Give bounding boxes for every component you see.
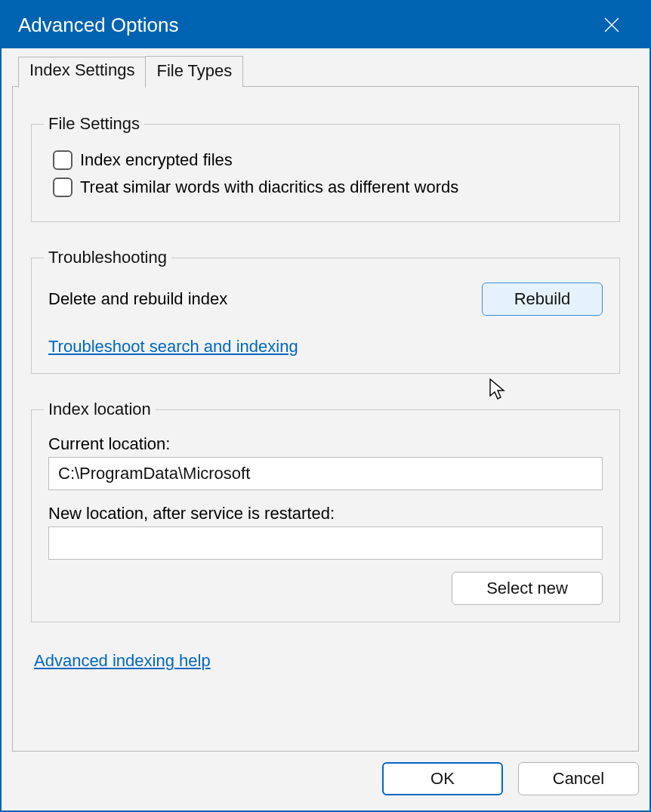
tab-strip: Index Settings File Types	[18, 56, 639, 87]
client-area: Index Settings File Types File Settings …	[2, 48, 649, 752]
label-new-location: New location, after service is restarted…	[48, 504, 603, 523]
mouse-cursor-icon	[489, 378, 508, 400]
group-troubleshooting-legend: Troubleshooting	[44, 248, 171, 267]
advanced-options-dialog: Advanced Options Index Settings File Typ…	[0, 0, 651, 812]
select-new-button[interactable]: Select new	[452, 572, 603, 605]
tabpage-index-settings: File Settings Index encrypted files Trea…	[12, 86, 639, 752]
tab-index-settings[interactable]: Index Settings	[18, 57, 146, 88]
field-current-location: C:\ProgramData\Microsoft	[48, 457, 603, 490]
ok-button[interactable]: OK	[382, 762, 503, 795]
footer-links: Advanced indexing help	[34, 651, 617, 671]
field-new-location[interactable]	[48, 526, 603, 560]
label-index-encrypted[interactable]: Index encrypted files	[80, 150, 233, 170]
tab-file-types[interactable]: File Types	[145, 56, 243, 87]
row-rebuild: Delete and rebuild index Rebuild	[48, 283, 603, 316]
label-diacritics[interactable]: Treat similar words with diacritics as d…	[80, 178, 458, 197]
cancel-button[interactable]: Cancel	[518, 762, 639, 795]
advanced-indexing-help-link[interactable]: Advanced indexing help	[34, 651, 211, 671]
dialog-button-bar: OK Cancel	[2, 752, 649, 810]
close-button[interactable]	[589, 2, 634, 48]
group-file-settings: File Settings Index encrypted files Trea…	[31, 114, 620, 222]
row-diacritics: Treat similar words with diacritics as d…	[53, 178, 603, 197]
group-index-location: Index location Current location: C:\Prog…	[31, 400, 620, 622]
checkbox-diacritics[interactable]	[53, 178, 73, 197]
close-icon	[603, 17, 620, 33]
group-index-location-legend: Index location	[44, 400, 156, 419]
label-current-location: Current location:	[48, 434, 603, 454]
row-index-encrypted: Index encrypted files	[53, 150, 603, 170]
label-delete-rebuild: Delete and rebuild index	[48, 289, 227, 309]
titlebar: Advanced Options	[2, 2, 649, 48]
group-troubleshooting: Troubleshooting Delete and rebuild index…	[31, 248, 620, 374]
group-file-settings-legend: File Settings	[44, 114, 144, 134]
troubleshoot-link[interactable]: Troubleshoot search and indexing	[48, 337, 298, 357]
checkbox-index-encrypted[interactable]	[53, 150, 73, 170]
rebuild-button[interactable]: Rebuild	[482, 283, 603, 316]
window-title: Advanced Options	[18, 14, 589, 37]
